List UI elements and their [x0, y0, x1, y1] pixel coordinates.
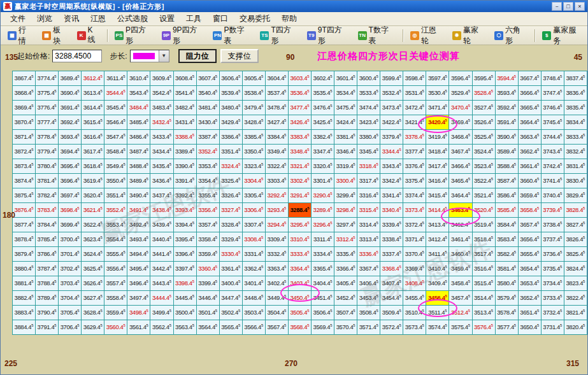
- price-cell[interactable]: 3315.45: [357, 203, 380, 218]
- price-cell[interactable]: 3396.45: [173, 247, 196, 262]
- price-cell[interactable]: 3515.45: [472, 276, 495, 291]
- price-cell[interactable]: 3739.45: [541, 203, 564, 218]
- price-cell[interactable]: 3665.45: [518, 101, 541, 115]
- price-cell[interactable]: 3480.45: [219, 101, 242, 115]
- price-cell[interactable]: 3352.45: [196, 145, 219, 159]
- price-cell[interactable]: 3497.45: [127, 291, 150, 306]
- price-cell[interactable]: 3468.45: [449, 130, 472, 145]
- price-cell[interactable]: 3776.45: [36, 101, 59, 115]
- price-cell[interactable]: 3554.45: [104, 232, 127, 247]
- price-cell[interactable]: 3785.45: [36, 232, 59, 247]
- price-cell[interactable]: 3440.45: [150, 232, 173, 247]
- price-cell[interactable]: 3292.45: [265, 188, 288, 203]
- price-cell[interactable]: 3429.45: [219, 115, 242, 130]
- price-cell[interactable]: 3654.45: [518, 262, 541, 276]
- price-cell[interactable]: 3740.45: [541, 188, 564, 203]
- price-cell[interactable]: 3696.45: [59, 174, 82, 188]
- price-cell[interactable]: 3388.45: [173, 130, 196, 145]
- price-cell[interactable]: 3664.45: [518, 115, 541, 130]
- price-cell[interactable]: 3322.45: [265, 159, 288, 174]
- price-cell[interactable]: 3778.45: [36, 130, 59, 145]
- price-cell[interactable]: 3571.45: [357, 320, 380, 335]
- price-cell[interactable]: 3319.45: [334, 159, 357, 174]
- price-cell[interactable]: 3611.45: [104, 71, 127, 86]
- price-cell[interactable]: 3591.45: [495, 115, 518, 130]
- price-cell[interactable]: 3872.45: [13, 145, 36, 159]
- price-cell[interactable]: 3522.45: [472, 174, 495, 188]
- price-cell[interactable]: 3498.45: [127, 306, 150, 320]
- price-cell[interactable]: 3620.45: [82, 188, 104, 203]
- price-cell[interactable]: 3534.45: [334, 86, 357, 101]
- price-cell[interactable]: 3657.45: [518, 218, 541, 232]
- price-cell[interactable]: 3541.45: [173, 86, 196, 101]
- price-cell[interactable]: 3525.45: [472, 130, 495, 145]
- price-cell[interactable]: 3382.45: [312, 130, 334, 145]
- price-cell[interactable]: 3374.45: [403, 188, 426, 203]
- price-cell[interactable]: 3602.45: [312, 71, 334, 86]
- price-cell[interactable]: 3526.45: [472, 115, 495, 130]
- price-cell[interactable]: 3577.45: [495, 320, 518, 335]
- price-cell[interactable]: 3703.45: [59, 276, 82, 291]
- price-cell[interactable]: 3826.45: [564, 232, 587, 247]
- price-cell[interactable]: 3550.45: [104, 174, 127, 188]
- price-cell[interactable]: 3787.45: [36, 262, 59, 276]
- price-cell[interactable]: 3831.45: [564, 159, 587, 174]
- price-cell[interactable]: 3406.45: [357, 276, 380, 291]
- price-cell[interactable]: 3341.45: [380, 188, 403, 203]
- price-cell[interactable]: 3595.45: [472, 71, 495, 86]
- price-cell[interactable]: 3416.45: [426, 174, 449, 188]
- price-cell[interactable]: 3309.45: [265, 232, 288, 247]
- price-cell[interactable]: 3430.45: [196, 115, 219, 130]
- price-cell[interactable]: 3326.45: [219, 188, 242, 203]
- price-cell[interactable]: 3377.45: [403, 145, 426, 159]
- price-cell[interactable]: 3334.45: [312, 247, 334, 262]
- price-cell[interactable]: 3662.45: [518, 145, 541, 159]
- close-button[interactable]: ×: [575, 2, 585, 11]
- price-cell[interactable]: 3342.45: [380, 174, 403, 188]
- price-cell[interactable]: 3784.45: [36, 218, 59, 232]
- price-cell[interactable]: 3667.45: [518, 71, 541, 86]
- price-cell[interactable]: 3458.45: [449, 276, 472, 291]
- price-cell[interactable]: 3786.45: [36, 247, 59, 262]
- price-cell[interactable]: 3690.45: [59, 86, 82, 101]
- price-cell[interactable]: 3310.45: [288, 232, 311, 247]
- price-cell[interactable]: 3744.45: [541, 130, 564, 145]
- price-cell[interactable]: 3387.45: [196, 130, 219, 145]
- price-cell[interactable]: 3350.45: [242, 145, 265, 159]
- price-cell[interactable]: 3467.45: [449, 145, 472, 159]
- price-cell[interactable]: 3460.45: [449, 247, 472, 262]
- price-cell[interactable]: 3780.45: [36, 159, 59, 174]
- price-cell[interactable]: 3298.45: [334, 203, 357, 218]
- price-cell[interactable]: 3608.45: [173, 71, 196, 86]
- price-cell[interactable]: 3774.45: [36, 71, 59, 86]
- price-cell[interactable]: 3546.45: [104, 115, 127, 130]
- price-cell[interactable]: 3697.45: [59, 188, 82, 203]
- price-cell[interactable]: 3481.45: [196, 101, 219, 115]
- price-cell[interactable]: 3592.45: [495, 101, 518, 115]
- price-cell[interactable]: 3825.45: [564, 247, 587, 262]
- price-cell[interactable]: 3625.45: [82, 262, 104, 276]
- price-cell[interactable]: 3660.45: [518, 174, 541, 188]
- price-cell[interactable]: 3689.45: [59, 71, 82, 86]
- price-cell[interactable]: 3289.45: [312, 203, 334, 218]
- price-cell[interactable]: 3372.45: [403, 218, 426, 232]
- price-cell[interactable]: 3302.45: [288, 174, 311, 188]
- price-cell[interactable]: 3603.45: [288, 71, 311, 86]
- price-cell[interactable]: 3404.45: [312, 276, 334, 291]
- price-cell[interactable]: 3520.45: [472, 203, 495, 218]
- price-cell[interactable]: 3354.45: [196, 174, 219, 188]
- price-cell[interactable]: 3437.45: [150, 188, 173, 203]
- price-cell[interactable]: 3828.45: [564, 203, 587, 218]
- price-cell[interactable]: 3344.45: [380, 145, 403, 159]
- price-cell[interactable]: 3742.45: [541, 159, 564, 174]
- price-cell[interactable]: 3605.45: [242, 71, 265, 86]
- price-cell[interactable]: 3876.45: [13, 203, 36, 218]
- price-cell[interactable]: 3782.45: [36, 188, 59, 203]
- price-cell[interactable]: 3476.45: [312, 101, 334, 115]
- step-dropdown[interactable]: ▼: [130, 50, 169, 62]
- price-cell[interactable]: 3746.45: [541, 101, 564, 115]
- price-cell[interactable]: 3552.45: [104, 203, 127, 218]
- price-cell[interactable]: 3370.45: [403, 247, 426, 262]
- price-cell[interactable]: 3875.45: [13, 188, 36, 203]
- price-cell[interactable]: 3704.45: [59, 291, 82, 306]
